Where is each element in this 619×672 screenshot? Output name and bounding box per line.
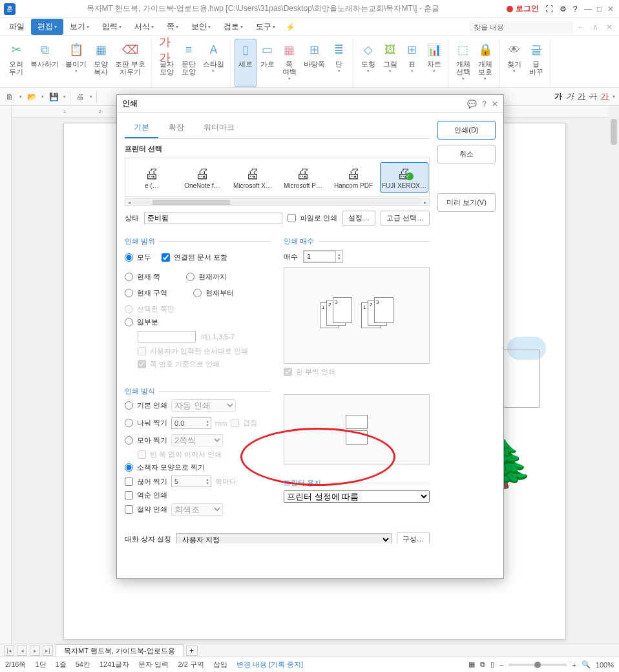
- ribbon-모양-복사[interactable]: ▦모양 복사: [90, 39, 112, 87]
- ribbon-그림[interactable]: 🖼그림▾: [379, 39, 401, 87]
- range-some-input[interactable]: [138, 331, 196, 342]
- poster-checkbox[interactable]: [125, 478, 133, 486]
- underline-icon[interactable]: 가: [578, 91, 585, 102]
- dialog-feedback-icon[interactable]: 💬: [467, 100, 477, 109]
- ribbon-스타일[interactable]: A스타일▾: [200, 39, 227, 87]
- saving-checkbox[interactable]: [125, 505, 133, 514]
- new-doc-icon[interactable]: 🗎: [4, 91, 16, 103]
- strike-icon[interactable]: 가: [589, 91, 597, 102]
- menu-edit[interactable]: 편집▾: [31, 19, 63, 35]
- printer-item[interactable]: 🖨Microsoft X…: [229, 162, 277, 193]
- ribbon-글자-모양[interactable]: 가가글자 모양: [156, 39, 178, 87]
- range-current-section-radio[interactable]: [125, 289, 133, 297]
- printer-item[interactable]: 🖨Microsoft P…: [279, 162, 327, 193]
- ribbon-찾기[interactable]: 👁찾기▾: [503, 39, 525, 87]
- tab-watermark[interactable]: 워터마크: [194, 121, 244, 138]
- italic-icon[interactable]: 가: [566, 91, 574, 102]
- print-icon[interactable]: 🖨: [74, 91, 86, 103]
- tab-prev[interactable]: ◂: [17, 646, 27, 656]
- method-basic-radio[interactable]: [125, 401, 133, 410]
- compose-button[interactable]: 구성…: [397, 532, 430, 543]
- login-button[interactable]: 로그인: [507, 3, 539, 14]
- menu-security[interactable]: 보안▾: [185, 19, 217, 35]
- printer-item[interactable]: 🖨✓FUJI XEROX…: [380, 162, 428, 193]
- zoom-slider[interactable]: [509, 664, 567, 666]
- ribbon-바탕쪽[interactable]: ⊞바탕쪽: [300, 39, 328, 87]
- reverse-checkbox[interactable]: [125, 491, 133, 499]
- ribbon-개체-선택[interactable]: ⬚개체 선택▾: [452, 39, 474, 87]
- tab-basic[interactable]: 기본: [125, 121, 158, 138]
- new-tab-button[interactable]: +: [186, 646, 198, 656]
- zoom-in-icon[interactable]: +: [572, 661, 576, 669]
- ribbon-표[interactable]: ⊞표▾: [401, 39, 423, 87]
- ribbon-차트[interactable]: 📊차트▾: [423, 39, 445, 87]
- range-all-radio[interactable]: [125, 253, 133, 262]
- open-icon[interactable]: 📂: [26, 91, 37, 103]
- ribbon-글-바꾸[interactable]: 글글 바꾸: [525, 39, 547, 87]
- maximize-button[interactable]: □: [595, 5, 604, 14]
- ribbon-복사하기[interactable]: ⧉복사하기: [27, 39, 62, 87]
- bold-icon[interactable]: 가: [554, 91, 562, 102]
- tab-last[interactable]: ▸|: [43, 646, 53, 656]
- range-current-to-radio[interactable]: [186, 273, 194, 281]
- ribbon-쪽-여백[interactable]: ▦쪽 여백▾: [278, 39, 300, 87]
- method-split-radio[interactable]: [125, 419, 133, 427]
- menu-review[interactable]: 검토▾: [217, 19, 249, 35]
- ribbon-오려-두기[interactable]: ✂오려 두기: [5, 39, 27, 87]
- document-tab[interactable]: 목자MT 핸드북, 가이드북-업로드용: [56, 644, 184, 657]
- copies-input[interactable]: [304, 251, 336, 262]
- cancel-button[interactable]: 취소: [437, 145, 496, 163]
- ribbon-세로[interactable]: ▯세로: [235, 39, 257, 87]
- color-icon[interactable]: 가: [601, 91, 609, 102]
- method-booklet-radio[interactable]: [125, 463, 133, 472]
- minimize-button[interactable]: —: [583, 5, 593, 14]
- status-change-tracking[interactable]: 변경 내용 [기록 중지]: [236, 660, 303, 669]
- view-mode-icon[interactable]: ▯: [490, 660, 494, 669]
- settings-button[interactable]: 설정…: [342, 211, 375, 226]
- history-back[interactable]: ←: [573, 23, 589, 32]
- menu-extra-icon[interactable]: ⚡: [286, 23, 295, 32]
- print-button[interactable]: 인쇄(D): [437, 121, 496, 140]
- settings-icon[interactable]: ⚙: [560, 5, 567, 14]
- tab-first[interactable]: |◂: [4, 646, 14, 656]
- zoom-out-icon[interactable]: −: [499, 661, 503, 669]
- history-close[interactable]: ✕: [602, 23, 616, 32]
- print-to-file-checkbox[interactable]: [288, 214, 296, 222]
- menu-view[interactable]: 보기▾: [63, 19, 96, 35]
- ribbon-도형[interactable]: ◇도형▾: [357, 39, 379, 87]
- zoom-fit-icon[interactable]: 🔍: [582, 660, 591, 669]
- printer-item[interactable]: 🖨Hancom PDF: [330, 162, 377, 193]
- ribbon-조판 부호-지우기[interactable]: ⌫조판 부호 지우기: [112, 39, 149, 87]
- ribbon-단[interactable]: ≣단▾: [328, 39, 350, 87]
- history-fwd[interactable]: ∧: [589, 23, 602, 32]
- search-input[interactable]: [470, 21, 573, 34]
- printer-item[interactable]: 🖨e (…: [128, 162, 176, 193]
- tab-extended[interactable]: 확장: [160, 121, 193, 138]
- expand-icon[interactable]: ⛶: [545, 5, 553, 14]
- view-mode-icon[interactable]: ▦: [468, 660, 475, 669]
- range-current-from-radio[interactable]: [193, 289, 202, 297]
- printer-scrollbar[interactable]: ◂▸: [125, 198, 430, 206]
- ribbon-개체-보호[interactable]: 🔒개체 보호▾: [474, 39, 496, 87]
- view-mode-icon[interactable]: ⧉: [480, 660, 485, 669]
- menu-tools[interactable]: 도구▾: [249, 19, 282, 35]
- close-button[interactable]: ✕: [606, 5, 615, 14]
- range-some-radio[interactable]: [125, 318, 133, 326]
- dialog-close-icon[interactable]: ✕: [492, 100, 498, 109]
- menu-format[interactable]: 서식▾: [128, 19, 160, 35]
- dialog-help-icon[interactable]: ?: [482, 100, 487, 109]
- paper-select[interactable]: 프린터 설정에 따름: [284, 490, 430, 503]
- ribbon-가로[interactable]: ▭가로: [257, 39, 278, 87]
- menu-input[interactable]: 입력▾: [96, 19, 128, 35]
- printer-item[interactable]: 🖨OneNote f…: [178, 162, 226, 193]
- menu-page[interactable]: 쪽▾: [160, 19, 185, 35]
- ribbon-붙이기[interactable]: 📋붙이기▾: [62, 39, 90, 87]
- method-gather-radio[interactable]: [125, 436, 133, 445]
- save-icon[interactable]: 💾: [48, 91, 59, 103]
- ribbon-문단-모양[interactable]: ≡문단 모양: [178, 39, 200, 87]
- preview-button[interactable]: 미리 보기(V): [437, 193, 496, 212]
- help-icon[interactable]: ?: [573, 5, 578, 14]
- menu-file[interactable]: 파일: [3, 19, 31, 35]
- scrollbar-vertical[interactable]: [609, 106, 619, 644]
- tab-next[interactable]: ▸: [30, 646, 40, 656]
